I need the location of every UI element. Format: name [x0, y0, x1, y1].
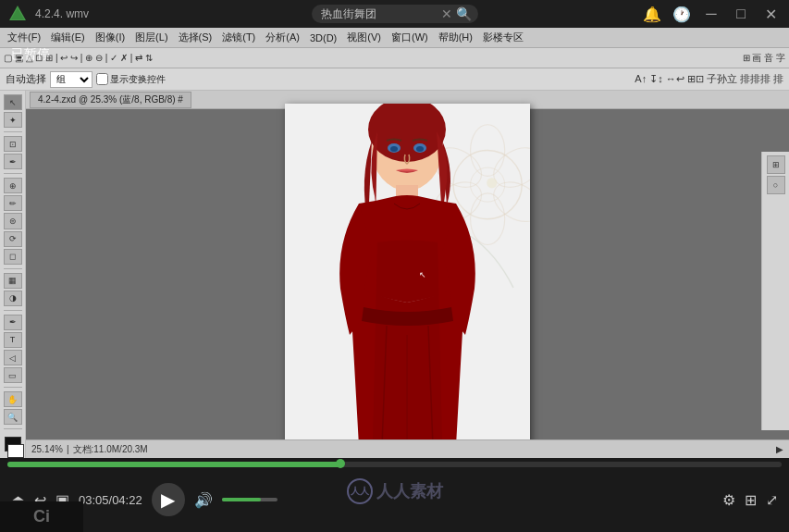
watermark: 人人 人人素材	[347, 478, 443, 504]
transform-label: 显示变换控件	[110, 73, 166, 86]
tool-gradient[interactable]: ▦	[4, 273, 22, 289]
status-divider: |	[67, 444, 69, 454]
notification-icon[interactable]: 🔔	[641, 3, 663, 25]
menu-edit[interactable]: 编辑(E)	[47, 31, 89, 44]
tool-crop[interactable]: ⊡	[4, 136, 22, 152]
tool-pen[interactable]: ✒	[4, 315, 22, 330]
tool-path[interactable]: ◁	[4, 350, 22, 365]
volume-fill	[222, 498, 261, 501]
photoshop-container: 文件(F) 编辑(E) 图像(I) 图层(L) 选择(S) 滤镜(T) 分析(A…	[0, 28, 789, 458]
close-button[interactable]: ✕	[759, 3, 782, 25]
menu-help[interactable]: 帮助(H)	[435, 31, 476, 44]
watermark-logo: 人人	[347, 478, 373, 504]
tool-zoom[interactable]: 🔍	[4, 409, 22, 425]
fullscreen-button[interactable]: ⤢	[766, 491, 778, 509]
volume-icon[interactable]: 🔊	[194, 491, 213, 509]
video-controls: 人人 人人素材 ⏏ ↩ ▣ 03:05/04:22 ▶ 🔊 ⚙ ⊞ ⤢	[0, 458, 789, 532]
zoom-level: 25.14%	[31, 444, 63, 454]
menu-image[interactable]: 图像(I)	[92, 31, 129, 44]
window-controls: 🔔 🕐 ─ □ ✕	[641, 3, 782, 25]
progress-fill	[7, 462, 340, 467]
ps-main-area: ↖ ✦ ⊡ ✒ ⊕ ✏ ⊜ ⟳ ◻ ▦ ◑ ✒ T ◁ ▭ ✋ 🔍	[0, 91, 789, 458]
tool-magic[interactable]: ✦	[4, 112, 22, 128]
scroll-right[interactable]: ▶	[776, 444, 783, 454]
background-color[interactable]	[7, 444, 24, 458]
search-clear-icon[interactable]: ✕	[441, 6, 452, 21]
ps-canvas-wrapper: ↖	[26, 109, 789, 439]
optbar-label: 自动选择	[6, 72, 46, 86]
transform-checkbox-input[interactable]	[96, 73, 108, 85]
clock-icon[interactable]: 🕐	[671, 3, 693, 25]
menu-analyze[interactable]: 分析(A)	[262, 31, 303, 44]
tool-divider-6	[4, 428, 22, 429]
tool-divider-4	[4, 310, 22, 311]
woman-figure	[285, 104, 530, 446]
ps-status-bar: 25.14% | 文档:11.0M/20.3M ▶	[26, 439, 789, 458]
ps-right-mini-toolbar: ⊞ ○	[761, 152, 789, 430]
paused-label: 已暂停	[11, 46, 50, 63]
tool-clone[interactable]: ⊜	[4, 213, 22, 229]
right-tool-1[interactable]: ⊞	[767, 155, 785, 174]
ps-icon-toolbar: ▢ ▣ △ ⊡ ⊞ | ↩ ↪ | ⊕ ⊖ | ✓ ✗ | ⇄ ⇅ ⊞ 画 音 …	[0, 48, 789, 68]
search-bar[interactable]: ✕ 🔍	[312, 5, 478, 23]
play-button[interactable]: ▶	[152, 483, 185, 516]
right-tool-2[interactable]: ○	[767, 176, 785, 194]
tool-eyedropper[interactable]: ✒	[4, 154, 22, 169]
ps-menu-bar: 文件(F) 编辑(E) 图像(I) 图层(L) 选择(S) 滤镜(T) 分析(A…	[0, 28, 789, 48]
ps-document-tab[interactable]: 4.2-4.zxd @ 25.3% (蓝/8, RGB/8) #	[30, 92, 191, 108]
tool-brush[interactable]: ✏	[4, 195, 22, 211]
settings-button[interactable]: ⚙	[722, 491, 735, 509]
tool-text[interactable]: T	[4, 332, 22, 348]
ps-left-toolbar: ↖ ✦ ⊡ ✒ ⊕ ✏ ⊜ ⟳ ◻ ▦ ◑ ✒ T ◁ ▭ ✋ 🔍	[0, 91, 26, 458]
minimize-button[interactable]: ─	[700, 3, 722, 25]
menu-view[interactable]: 视图(V)	[343, 31, 385, 44]
tool-divider-5	[4, 387, 22, 388]
video-progress-bar[interactable]	[7, 462, 782, 467]
svg-text:↖: ↖	[419, 270, 426, 278]
ps-canvas: ↖	[285, 104, 530, 446]
tool-history[interactable]: ⟳	[4, 231, 22, 247]
progress-thumb[interactable]	[336, 459, 345, 468]
tool-hand[interactable]: ✋	[4, 391, 22, 407]
menu-file[interactable]: 文件(F)	[4, 31, 44, 44]
menu-window[interactable]: 窗口(W)	[388, 31, 432, 44]
tool-divider-3	[4, 268, 22, 269]
align-icons: A↑ ↧↕ ↔↩ ⊞⊡ 子孙立 排排排 排	[635, 72, 783, 86]
watermark-text: 人人素材	[376, 480, 443, 502]
bottom-left-ci: Ci	[0, 501, 83, 532]
optbar-select[interactable]: 组 图层	[50, 71, 92, 88]
right-toolbar-icons: ⊞ 画 音 字	[743, 52, 785, 65]
title-bar: 4.2.4. wmv ✕ 🔍 🔔 🕐 ─ □ ✕	[0, 0, 789, 28]
menu-3d[interactable]: 3D(D)	[306, 32, 340, 43]
version-label: 4.2.4. wmv	[35, 7, 89, 20]
menu-select[interactable]: 选择(S)	[175, 31, 216, 44]
time-display: 03:05/04:22	[79, 493, 142, 507]
layout-button[interactable]: ⊞	[745, 491, 757, 509]
tool-selection[interactable]: ↖	[4, 94, 22, 110]
menu-layer[interactable]: 图层(L)	[131, 31, 171, 44]
ps-canvas-area: 4.2-4.zxd @ 25.3% (蓝/8, RGB/8) #	[26, 91, 789, 458]
menu-filter[interactable]: 滤镜(T)	[218, 31, 259, 44]
tool-divider-2	[4, 173, 22, 174]
tool-heal[interactable]: ⊕	[4, 178, 22, 193]
tool-divider-1	[4, 131, 22, 132]
menu-studio[interactable]: 影楼专区	[479, 31, 527, 44]
tool-eraser[interactable]: ◻	[4, 249, 22, 265]
maximize-button[interactable]: □	[730, 3, 752, 25]
svg-point-16	[416, 146, 424, 152]
mouse-cursor: ↖	[419, 266, 428, 275]
tool-shape[interactable]: ▭	[4, 367, 22, 383]
app-logo	[7, 4, 28, 24]
ps-option-bar: 自动选择 组 图层 显示变换控件 A↑ ↧↕ ↔↩ ⊞⊡ 子孙立 排排排 排	[0, 68, 789, 91]
doc-size: 文档:11.0M/20.3M	[73, 443, 148, 456]
volume-bar[interactable]	[222, 498, 277, 501]
tool-dodge[interactable]: ◑	[4, 291, 22, 306]
search-input[interactable]	[321, 7, 441, 20]
search-icon[interactable]: 🔍	[456, 6, 472, 21]
transform-checkbox[interactable]: 显示变换控件	[96, 73, 166, 86]
svg-point-15	[390, 146, 398, 152]
